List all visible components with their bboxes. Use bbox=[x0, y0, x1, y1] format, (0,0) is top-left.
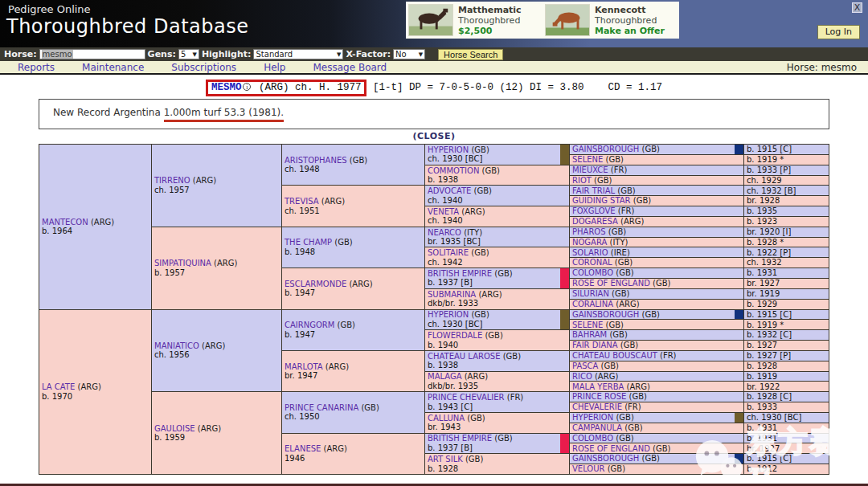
horse-country: (FR) bbox=[622, 402, 641, 411]
horse-link[interactable]: SELENE bbox=[572, 155, 603, 164]
ad-matthematic[interactable]: Matthematic Thoroughbred $2,500 bbox=[406, 2, 542, 39]
horse-link[interactable]: COMMOTION bbox=[428, 166, 479, 175]
horse-link[interactable]: BRITISH EMPIRE bbox=[428, 434, 492, 443]
horse-link[interactable]: MIEUXCE bbox=[572, 165, 608, 174]
horse-name[interactable]: MESMO bbox=[211, 82, 242, 93]
gens-select[interactable]: 5 ▼ bbox=[178, 49, 199, 59]
pedigree-cell-gen4: COMMOTION (GB)b. 1938 bbox=[425, 165, 569, 186]
horse-link[interactable]: ROSE OF ENGLAND bbox=[572, 444, 650, 453]
horse-link[interactable]: LA CATE bbox=[42, 382, 75, 391]
horse-link[interactable]: FOXGLOVE bbox=[572, 206, 616, 215]
horse-link[interactable]: RICO bbox=[572, 372, 592, 381]
horse-link[interactable]: COLOMBO bbox=[572, 434, 613, 443]
horse-link[interactable]: SELENE bbox=[572, 321, 603, 329]
ad-kennecott[interactable]: Kennecott Thoroughbred Make an Offer bbox=[542, 2, 679, 39]
horse-search-button[interactable]: Horse Search bbox=[438, 49, 503, 60]
horse-link[interactable]: MANIATICO bbox=[154, 341, 199, 350]
horse-link[interactable]: PHAROS bbox=[572, 227, 606, 236]
horse-link[interactable]: TIRRENO bbox=[154, 176, 190, 185]
pedigree-cell-gen5: MIEUXCE (FR) bbox=[570, 165, 743, 175]
menu-item-maintenance[interactable]: Maintenance bbox=[82, 62, 144, 73]
pedigree-cell-gen2: MANIATICO (ARG)ch. 1956 bbox=[152, 310, 281, 392]
horse-link[interactable]: ART SILK bbox=[428, 455, 463, 464]
horse-link[interactable]: NEARCO bbox=[428, 228, 461, 237]
horse-link[interactable]: HYPERION bbox=[428, 145, 469, 154]
horse-link[interactable]: ARISTOPHANES bbox=[285, 156, 347, 165]
horse-link[interactable]: SOLARIO bbox=[572, 248, 608, 257]
horse-link[interactable]: PASCA bbox=[572, 361, 598, 370]
info-icon[interactable]: i bbox=[243, 83, 251, 91]
horse-link[interactable]: PRINCE CANARINA bbox=[285, 403, 358, 412]
horse-link[interactable]: GAINSBOROUGH bbox=[572, 454, 639, 463]
horse-link[interactable]: SOLITAIRE bbox=[428, 248, 469, 257]
horse-link[interactable]: FAIR TRIAL bbox=[572, 186, 615, 195]
horse-link[interactable]: CORONAL bbox=[572, 258, 612, 267]
ad-horse-name: Matthematic bbox=[458, 5, 522, 15]
horse-link[interactable]: SUBMARINA bbox=[428, 290, 476, 299]
pedigree-cell-gen4: NEARCO (ITY)br. 1935 [BC] bbox=[425, 227, 569, 247]
chef-de-race-marker-red bbox=[560, 434, 569, 454]
horse-link[interactable]: BAHRAM bbox=[572, 330, 607, 339]
horse-title-details: (ARG) ch. H. 1977 bbox=[252, 82, 361, 93]
horse-link[interactable]: HYPERION bbox=[428, 310, 469, 319]
horse-link[interactable]: GUIDING STAR bbox=[572, 196, 631, 205]
menu-item-reports[interactable]: Reports bbox=[18, 62, 55, 73]
pedigree-cell-gen3: ESCLARMONDE (ARG)b. 1947 bbox=[282, 268, 424, 308]
horse-input-value: mesmo bbox=[42, 50, 73, 59]
horse-link[interactable]: GAINSBOROUGH bbox=[572, 145, 639, 153]
ad-price: $2,500 bbox=[458, 26, 522, 36]
highlight-select[interactable]: Standard ▼ bbox=[253, 49, 343, 59]
pedigree-cell-gen4: ADVOCATE (GB)ch. 1940 bbox=[425, 186, 569, 206]
horse-link[interactable]: GAULOISE bbox=[154, 424, 195, 433]
horse-info-cell: br. 1922 bbox=[744, 382, 829, 391]
pedigree-cell-gen5: RIOT (GB) bbox=[570, 176, 743, 186]
horse-link[interactable]: THE CHAMP bbox=[285, 238, 332, 247]
menu-item-subscriptions[interactable]: Subscriptions bbox=[171, 62, 236, 73]
horse-link[interactable]: MARLOTA bbox=[285, 362, 323, 371]
horse-link[interactable]: CAMPANULA bbox=[572, 423, 622, 432]
horse-link[interactable]: MANTECON bbox=[42, 218, 88, 227]
horse-link[interactable]: CHATEAU BOUSCAUT bbox=[572, 351, 657, 360]
horse-link[interactable]: NOGARA bbox=[572, 238, 607, 247]
horse-link[interactable]: RIOT bbox=[572, 176, 592, 185]
login-button[interactable]: Log In bbox=[817, 25, 860, 39]
close-icon[interactable]: X bbox=[852, 2, 862, 13]
horse-link[interactable]: HYPERION bbox=[572, 413, 613, 422]
horse-link[interactable]: ADVOCATE bbox=[428, 186, 471, 195]
horse-link[interactable]: SIMPATIQUINA bbox=[154, 259, 211, 268]
horse-link[interactable]: GAINSBOROUGH bbox=[572, 310, 639, 319]
horse-link[interactable]: CHEVALERIE bbox=[572, 402, 622, 411]
horse-link[interactable]: CAIRNGORM bbox=[285, 321, 334, 329]
horse-info-cell: b. 1919 * bbox=[744, 320, 829, 329]
xfactor-select[interactable]: No ▼ bbox=[393, 49, 425, 59]
horse-link[interactable]: SILURIAN bbox=[572, 289, 609, 298]
horse-link[interactable]: ESCLARMONDE bbox=[285, 280, 346, 288]
horse-link[interactable]: ROSE OF ENGLAND bbox=[572, 279, 650, 288]
horse-country: (GB) bbox=[465, 414, 485, 423]
horse-link[interactable]: CORALINA bbox=[572, 300, 613, 308]
horse-link[interactable]: CHATEAU LAROSE bbox=[428, 352, 500, 361]
horse-link[interactable]: MALAGA bbox=[428, 372, 462, 381]
horse-link[interactable]: COLOMBO bbox=[572, 268, 613, 277]
chef-de-race-marker-navy bbox=[735, 145, 743, 154]
xfactor-value: No bbox=[395, 50, 407, 59]
horse-link[interactable]: PRINCE ROSE bbox=[572, 392, 626, 401]
horse-search-input[interactable]: mesmo bbox=[39, 49, 145, 59]
menu-item-message-board[interactable]: Message Board bbox=[313, 62, 387, 73]
horse-link[interactable]: BRITISH EMPIRE bbox=[428, 269, 492, 278]
pedigree-cell-gen2: GAULOISE (ARG)b. 1959 bbox=[152, 392, 281, 474]
horse-link[interactable]: CALLUNA bbox=[428, 414, 465, 423]
horse-info: b. 1935 bbox=[747, 206, 829, 216]
horse-link[interactable]: MALA YERBA bbox=[572, 382, 624, 391]
horse-link[interactable]: VELOUR bbox=[572, 464, 605, 473]
close-link[interactable]: (CLOSE) bbox=[0, 131, 868, 141]
horse-link[interactable]: TREVISA bbox=[285, 197, 319, 206]
horse-link[interactable]: FAIR DIANA bbox=[572, 341, 618, 349]
site-header: Pedigree Online Thoroughbred Database Ma… bbox=[0, 0, 868, 47]
horse-link[interactable]: VENETA bbox=[428, 207, 459, 216]
horse-link[interactable]: FLOWERDALE bbox=[428, 331, 482, 340]
menu-item-help[interactable]: Help bbox=[264, 62, 285, 73]
horse-link[interactable]: PRINCE CHEVALIER bbox=[428, 393, 505, 402]
horse-link[interactable]: ELANESE bbox=[285, 444, 321, 453]
horse-link[interactable]: DOGARESA bbox=[572, 217, 618, 226]
